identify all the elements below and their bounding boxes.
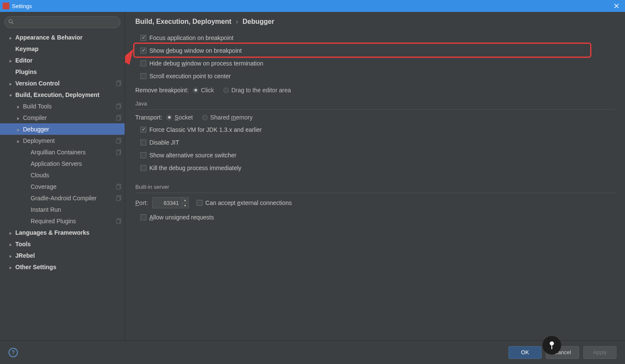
- ok-button[interactable]: OK: [508, 346, 542, 359]
- checkbox-label: Show debug window on breakpoint: [149, 47, 242, 54]
- tree-item-required-plugins[interactable]: Required Plugins: [0, 215, 125, 227]
- tree-item-other-settings[interactable]: Other Settings: [0, 261, 125, 273]
- radio-label: Shared memory: [210, 114, 253, 121]
- port-step-up[interactable]: ▲: [182, 198, 188, 203]
- svg-point-0: [9, 20, 12, 23]
- port-spinner[interactable]: ▲ ▼: [152, 197, 189, 208]
- checkbox[interactable]: [140, 60, 146, 66]
- copy-icon: [116, 149, 122, 155]
- checkbox[interactable]: [140, 35, 146, 41]
- checkbox-label: Hide debug window on process termination: [149, 60, 263, 67]
- watermark-icon: [542, 336, 561, 355]
- tree-item-instant-run[interactable]: Instant Run: [0, 204, 125, 215]
- section-server: Built-in server: [135, 184, 615, 190]
- tree-item-application-servers[interactable]: Application Servers: [0, 158, 125, 169]
- tree-item-label: Keymap: [15, 46, 122, 52]
- allow-unsigned-checkbox[interactable]: [140, 214, 146, 220]
- breadcrumb-separator: ›: [236, 18, 238, 25]
- svg-marker-29: [10, 266, 12, 269]
- port-step-down[interactable]: ▼: [182, 203, 188, 208]
- tree-item-deployment[interactable]: Deployment: [0, 135, 125, 146]
- svg-rect-25: [117, 219, 120, 224]
- copy-icon: [116, 184, 122, 190]
- tree-item-label: Other Settings: [15, 264, 122, 270]
- checkbox-row: Force Classic VM for JDK 1.3.x and earli…: [135, 123, 615, 136]
- svg-marker-28: [10, 255, 12, 258]
- chevron-right-icon: [9, 242, 14, 247]
- svg-rect-21: [117, 185, 120, 189]
- checkbox[interactable]: [140, 73, 146, 79]
- copy-icon: [116, 115, 122, 121]
- checkbox[interactable]: [140, 152, 146, 158]
- tree-item-build-execution-deployment[interactable]: Build, Execution, Deployment: [0, 89, 125, 100]
- checkbox[interactable]: [140, 127, 146, 133]
- settings-tree: Appearance & BehaviorKeymapEditorPlugins…: [0, 31, 125, 340]
- port-label: Port:: [135, 199, 148, 206]
- tree-item-tools[interactable]: Tools: [0, 238, 125, 250]
- checkbox[interactable]: [140, 165, 146, 171]
- close-button[interactable]: [608, 0, 625, 12]
- svg-marker-14: [17, 128, 20, 131]
- allow-unsigned-label: Allow unsigned requests: [149, 214, 214, 221]
- checkbox-label: Kill the debug process immediately: [149, 165, 241, 171]
- tree-item-label: Build Tools: [23, 103, 116, 110]
- tree-item-label: Gradle-Android Compiler: [31, 195, 116, 202]
- svg-rect-13: [117, 116, 120, 120]
- tree-item-label: Languages & Frameworks: [15, 229, 122, 236]
- accept-external-checkbox[interactable]: [197, 200, 203, 206]
- radio[interactable]: [166, 115, 172, 120]
- help-button[interactable]: ?: [9, 348, 18, 357]
- tree-item-label: Instant Run: [31, 206, 122, 213]
- tree-item-label: Plugins: [15, 68, 122, 75]
- radio[interactable]: [193, 88, 198, 93]
- tree-item-version-control[interactable]: Version Control: [0, 77, 125, 89]
- svg-marker-15: [17, 140, 20, 143]
- apply-button[interactable]: Apply: [583, 346, 616, 359]
- tree-item-build-tools[interactable]: Build Tools: [0, 100, 125, 112]
- tree-item-gradle-android-compiler[interactable]: Gradle-Android Compiler: [0, 192, 125, 204]
- checkbox-label: Show alternative source switcher: [149, 152, 237, 159]
- tree-item-clouds[interactable]: Clouds: [0, 169, 125, 181]
- tree-item-jrebel[interactable]: JRebel: [0, 250, 125, 261]
- svg-line-30: [125, 51, 132, 131]
- svg-rect-19: [117, 151, 120, 155]
- tree-item-plugins[interactable]: Plugins: [0, 66, 125, 77]
- tree-item-coverage[interactable]: Coverage: [0, 181, 125, 192]
- checkbox[interactable]: [140, 139, 146, 145]
- svg-marker-4: [10, 82, 12, 85]
- chevron-right-icon: [9, 253, 14, 258]
- tree-item-label: Coverage: [31, 183, 116, 190]
- tree-item-keymap[interactable]: Keymap: [0, 43, 125, 54]
- checkbox[interactable]: [140, 48, 146, 54]
- settings-sidebar: Appearance & BehaviorKeymapEditorPlugins…: [0, 12, 125, 340]
- tree-item-languages-frameworks[interactable]: Languages & Frameworks: [0, 227, 125, 238]
- radio[interactable]: [223, 88, 229, 93]
- svg-rect-23: [117, 196, 120, 201]
- copy-icon: [116, 103, 122, 109]
- tree-item-label: Clouds: [31, 172, 122, 179]
- tree-item-label: Required Plugins: [31, 218, 116, 225]
- checkbox-row: Show debug window on breakpoint: [135, 44, 615, 57]
- checkbox-row: Hide debug window on process termination: [135, 57, 615, 70]
- tree-item-editor[interactable]: Editor: [0, 54, 125, 66]
- port-input[interactable]: [153, 198, 182, 208]
- tree-item-appearance-behavior[interactable]: Appearance & Behavior: [0, 31, 125, 43]
- chevron-right-icon: [9, 230, 14, 235]
- checkbox-label: Focus application on breakpoint: [149, 34, 234, 41]
- chevron-right-icon: [16, 104, 21, 109]
- tree-item-compiler[interactable]: Compiler: [0, 112, 125, 123]
- svg-rect-6: [117, 82, 120, 86]
- tree-item-debugger[interactable]: Debugger: [0, 123, 125, 135]
- chevron-right-icon: [9, 264, 14, 270]
- tree-item-label: Version Control: [15, 80, 116, 87]
- chevron-right-icon: [9, 35, 14, 40]
- radio-label: Socket: [174, 114, 193, 121]
- radio[interactable]: [202, 115, 208, 120]
- chevron-right-icon: [9, 58, 14, 63]
- copy-icon: [116, 138, 122, 144]
- tree-item-arquillian-containers[interactable]: Arquillian Containers: [0, 146, 125, 158]
- search-input[interactable]: [4, 16, 120, 28]
- section-java: Java: [135, 100, 615, 107]
- checkbox-row: Focus application on breakpoint: [135, 31, 615, 44]
- svg-marker-3: [10, 60, 12, 63]
